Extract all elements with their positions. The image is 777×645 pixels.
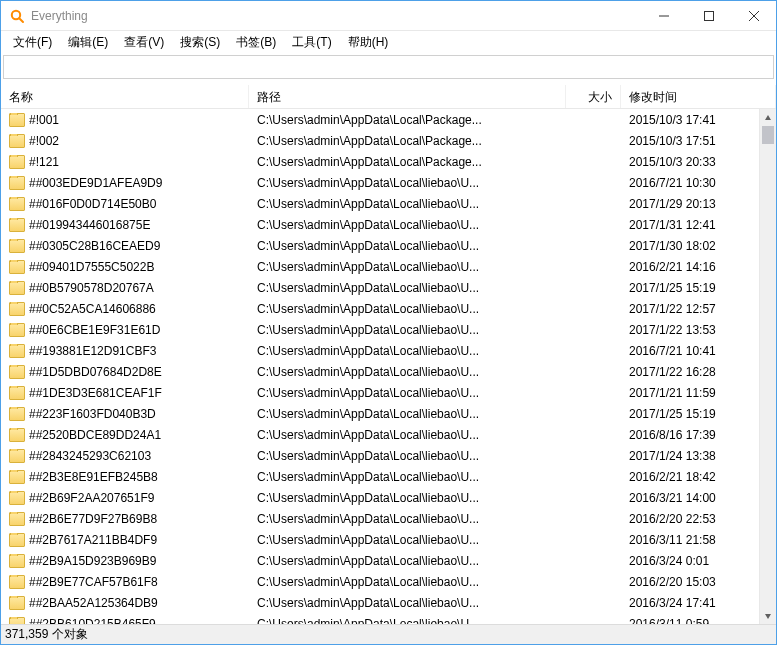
list-item[interactable]: ##0B5790578D20767AC:\Users\admin\AppData…	[1, 277, 759, 298]
cell-path: C:\Users\admin\AppData\Local\liebao\U...	[249, 575, 566, 589]
scroll-down-button[interactable]	[760, 607, 776, 624]
folder-icon	[9, 344, 25, 358]
titlebar[interactable]: Everything	[1, 1, 776, 31]
search-input[interactable]	[4, 56, 773, 78]
folder-icon	[9, 491, 25, 505]
cell-date: 2016/3/24 17:41	[621, 596, 759, 610]
list-item[interactable]: ##2B9A15D923B969B9C:\Users\admin\AppData…	[1, 550, 759, 571]
results-list[interactable]: #!001C:\Users\admin\AppData\Local\Packag…	[1, 109, 759, 624]
list-item[interactable]: ##0E6CBE1E9F31E61DC:\Users\admin\AppData…	[1, 319, 759, 340]
cell-date: 2016/3/11 21:58	[621, 533, 759, 547]
cell-date: 2017/1/22 13:53	[621, 323, 759, 337]
list-item[interactable]: ##2BAA52A125364DB9C:\Users\admin\AppData…	[1, 592, 759, 613]
cell-path: C:\Users\admin\AppData\Local\liebao\U...	[249, 470, 566, 484]
cell-date: 2017/1/30 18:02	[621, 239, 759, 253]
vertical-scrollbar[interactable]	[759, 109, 776, 624]
column-header-path[interactable]: 路径	[249, 85, 566, 108]
cell-name: ##2B6E77D9F27B69B8	[1, 512, 249, 526]
file-name: ##2843245293C62103	[29, 449, 151, 463]
cell-name: ##09401D7555C5022B	[1, 260, 249, 274]
file-name: ##2520BDCE89DD24A1	[29, 428, 161, 442]
cell-date: 2016/3/21 14:00	[621, 491, 759, 505]
app-window: Everything 文件(F) 编辑(E) 查看(V) 搜索(S) 书签(B)…	[0, 0, 777, 645]
svg-marker-6	[765, 115, 771, 120]
list-item[interactable]: ##2B69F2AA207651F9C:\Users\admin\AppData…	[1, 487, 759, 508]
list-item[interactable]: ##2B9E77CAF57B61F8C:\Users\admin\AppData…	[1, 571, 759, 592]
cell-name: ##1D5DBD07684D2D8E	[1, 365, 249, 379]
list-item[interactable]: ##2B7617A211BB4DF9C:\Users\admin\AppData…	[1, 529, 759, 550]
cell-date: 2015/10/3 20:33	[621, 155, 759, 169]
svg-line-1	[19, 18, 23, 22]
cell-path: C:\Users\admin\AppData\Local\liebao\U...	[249, 386, 566, 400]
list-item[interactable]: ##019943446016875EC:\Users\admin\AppData…	[1, 214, 759, 235]
folder-icon	[9, 323, 25, 337]
statusbar: 371,359 个对象	[1, 624, 776, 644]
list-item[interactable]: ##1D5DBD07684D2D8EC:\Users\admin\AppData…	[1, 361, 759, 382]
close-button[interactable]	[731, 1, 776, 30]
folder-icon	[9, 512, 25, 526]
menu-help[interactable]: 帮助(H)	[340, 32, 397, 53]
menu-view[interactable]: 查看(V)	[116, 32, 172, 53]
cell-name: ##1DE3D3E681CEAF1F	[1, 386, 249, 400]
list-item[interactable]: #!001C:\Users\admin\AppData\Local\Packag…	[1, 109, 759, 130]
list-item[interactable]: ##09401D7555C5022BC:\Users\admin\AppData…	[1, 256, 759, 277]
file-name: ##193881E12D91CBF3	[29, 344, 156, 358]
menu-file[interactable]: 文件(F)	[5, 32, 60, 53]
file-name: ##0C52A5CA14606886	[29, 302, 156, 316]
list-item[interactable]: #!121C:\Users\admin\AppData\Local\Packag…	[1, 151, 759, 172]
file-name: ##2B9E77CAF57B61F8	[29, 575, 158, 589]
file-name: ##2B9A15D923B969B9	[29, 554, 156, 568]
list-item[interactable]: ##193881E12D91CBF3C:\Users\admin\AppData…	[1, 340, 759, 361]
cell-path: C:\Users\admin\AppData\Local\liebao\U...	[249, 218, 566, 232]
cell-path: C:\Users\admin\AppData\Local\liebao\U...	[249, 323, 566, 337]
list-item[interactable]: ##2B3E8E91EFB245B8C:\Users\admin\AppData…	[1, 466, 759, 487]
cell-date: 2015/10/3 17:51	[621, 134, 759, 148]
list-item[interactable]: ##003EDE9D1AFEA9D9C:\Users\admin\AppData…	[1, 172, 759, 193]
menu-edit[interactable]: 编辑(E)	[60, 32, 116, 53]
cell-path: C:\Users\admin\AppData\Local\liebao\U...	[249, 512, 566, 526]
list-item[interactable]: ##2BB610D215B465F9C:\Users\admin\AppData…	[1, 613, 759, 624]
minimize-button[interactable]	[641, 1, 686, 30]
cell-date: 2016/2/20 22:53	[621, 512, 759, 526]
cell-path: C:\Users\admin\AppData\Local\liebao\U...	[249, 197, 566, 211]
list-item[interactable]: ##016F0D0D714E50B0C:\Users\admin\AppData…	[1, 193, 759, 214]
menu-tools[interactable]: 工具(T)	[284, 32, 339, 53]
cell-date: 2016/2/21 18:42	[621, 470, 759, 484]
folder-icon	[9, 218, 25, 232]
cell-name: ##2BB610D215B465F9	[1, 617, 249, 625]
menu-bookmarks[interactable]: 书签(B)	[228, 32, 284, 53]
list-item[interactable]: ##1DE3D3E681CEAF1FC:\Users\admin\AppData…	[1, 382, 759, 403]
cell-name: ##2BAA52A125364DB9	[1, 596, 249, 610]
column-header-size[interactable]: 大小	[566, 85, 621, 108]
list-item[interactable]: ##2843245293C62103C:\Users\admin\AppData…	[1, 445, 759, 466]
list-item[interactable]: ##0C52A5CA14606886C:\Users\admin\AppData…	[1, 298, 759, 319]
cell-path: C:\Users\admin\AppData\Local\liebao\U...	[249, 344, 566, 358]
column-header-name[interactable]: 名称	[1, 85, 249, 108]
scroll-up-button[interactable]	[760, 109, 776, 126]
list-item[interactable]: #!002C:\Users\admin\AppData\Local\Packag…	[1, 130, 759, 151]
file-name: ##2B3E8E91EFB245B8	[29, 470, 158, 484]
list-item[interactable]: ##0305C28B16CEAED9C:\Users\admin\AppData…	[1, 235, 759, 256]
folder-icon	[9, 554, 25, 568]
file-name: ##2BAA52A125364DB9	[29, 596, 158, 610]
cell-path: C:\Users\admin\AppData\Local\liebao\U...	[249, 533, 566, 547]
file-name: ##019943446016875E	[29, 218, 150, 232]
file-name: ##2B7617A211BB4DF9	[29, 533, 157, 547]
app-icon	[9, 8, 25, 24]
file-name: #!001	[29, 113, 59, 127]
cell-path: C:\Users\admin\AppData\Local\Package...	[249, 134, 566, 148]
menu-search[interactable]: 搜索(S)	[172, 32, 228, 53]
cell-name: ##2B3E8E91EFB245B8	[1, 470, 249, 484]
list-item[interactable]: ##2520BDCE89DD24A1C:\Users\admin\AppData…	[1, 424, 759, 445]
folder-icon	[9, 176, 25, 190]
list-item[interactable]: ##223F1603FD040B3DC:\Users\admin\AppData…	[1, 403, 759, 424]
scroll-thumb[interactable]	[762, 126, 774, 144]
maximize-button[interactable]	[686, 1, 731, 30]
scroll-track[interactable]	[760, 126, 776, 607]
cell-path: C:\Users\admin\AppData\Local\liebao\U...	[249, 260, 566, 274]
list-item[interactable]: ##2B6E77D9F27B69B8C:\Users\admin\AppData…	[1, 508, 759, 529]
cell-name: ##193881E12D91CBF3	[1, 344, 249, 358]
cell-path: C:\Users\admin\AppData\Local\liebao\U...	[249, 596, 566, 610]
cell-path: C:\Users\admin\AppData\Local\liebao\U...	[249, 365, 566, 379]
column-header-date[interactable]: 修改时间	[621, 85, 776, 108]
